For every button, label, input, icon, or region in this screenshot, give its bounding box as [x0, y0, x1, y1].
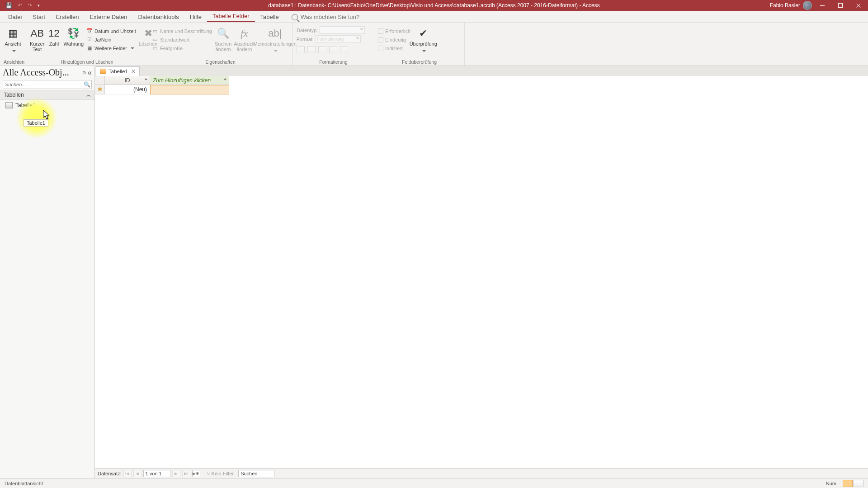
chevron-down-icon[interactable] [144, 79, 148, 82]
undo-icon[interactable]: ↶ [18, 2, 22, 9]
navpane-group-tabellen[interactable]: Tabellen ︽ [0, 90, 94, 100]
view-icon: ▦ [6, 27, 20, 40]
suchen-aendern-button: 🔍 Suchen ändern [215, 26, 231, 52]
first-record-button: I◀ [123, 470, 132, 477]
checkbox-icon [378, 46, 383, 51]
chevron-down-icon [272, 48, 278, 54]
group-feldueberpruefung: Erforderlich Eindeutig Indiziert ✔ Überp… [374, 23, 465, 66]
no-filter-label: Kein Filter [212, 471, 234, 476]
datasheet-grid[interactable]: ID Zum Hinzufügen klicken ✱ (Neu) [95, 76, 868, 468]
tab-tabelle[interactable]: Tabelle [255, 12, 284, 22]
close-button[interactable] [851, 0, 866, 11]
navpane-search-input[interactable] [3, 80, 82, 89]
column-add-label: Zum Hinzufügen klicken [153, 77, 211, 84]
navpane-item-tabelle1[interactable]: Tabelle1 [2, 101, 93, 110]
number-icon: 12 [47, 27, 61, 40]
new-record-button[interactable]: ▶✱ [192, 470, 200, 477]
group-label-eigenschaften: Eigenschaften [152, 58, 289, 66]
size-icon: ▭ [152, 45, 158, 52]
comma-format-icon [318, 46, 326, 53]
document-tab-tabelle1[interactable]: Tabelle1 ✕ [96, 66, 140, 76]
calendar-icon: 📅 [86, 28, 93, 34]
tab-tabelle-felder[interactable]: Tabelle Felder [207, 11, 255, 22]
save-icon[interactable]: 💾 [5, 2, 12, 9]
janein-button[interactable]: ☑Ja/Nein [86, 36, 136, 43]
prev-record-button: ◀ [133, 470, 142, 477]
collapse-group-icon[interactable]: ︽ [86, 92, 91, 98]
suchen-label: Suchen ändern [215, 41, 231, 52]
datentyp-label: Datentyp: [297, 28, 318, 33]
waehrung-button[interactable]: 💱 Währung [63, 26, 84, 47]
tab-datenbanktools[interactable]: Datenbanktools [133, 12, 184, 22]
select-all-corner[interactable] [95, 76, 105, 85]
zahl-button[interactable]: 12 Zahl [47, 26, 61, 47]
eindeutig-check: Eindeutig [378, 36, 410, 43]
tell-me[interactable] [292, 14, 382, 22]
column-header-id[interactable]: ID [105, 76, 150, 85]
indiziert-check: Indiziert [378, 44, 410, 52]
lookup-icon: 🔍 [217, 27, 230, 40]
group-label-formatierung: Formatierung [297, 58, 370, 66]
checkbox-icon [378, 28, 383, 34]
next-record-button: ▶ [172, 470, 180, 477]
record-position[interactable]: 1 von 1 [143, 470, 170, 477]
redo-icon[interactable]: ↷ [28, 2, 32, 9]
tab-start[interactable]: Start [27, 12, 50, 22]
memo-button: ab| Memoeinstellungen [257, 26, 293, 54]
increase-decimal-icon [329, 46, 337, 53]
ueberpruefung-button[interactable]: ✔ Überprüfung [413, 26, 433, 54]
chevron-down-icon[interactable] [223, 79, 227, 82]
column-header-add[interactable]: Zum Hinzufügen klicken [150, 76, 229, 85]
record-search-input[interactable]: Suchen [238, 470, 274, 477]
mouse-cursor [43, 110, 51, 120]
tell-me-input[interactable] [301, 14, 382, 20]
row-selector-new[interactable]: ✱ [95, 85, 105, 94]
avatar[interactable] [803, 1, 812, 10]
percent-format-icon [307, 46, 316, 53]
format-label: Format: [297, 37, 314, 42]
chevron-down-icon [420, 48, 426, 54]
tooltip: Tabelle1 [24, 119, 48, 127]
navpane-dropdown-icon[interactable]: ⊙ [82, 70, 86, 75]
cell-add-new[interactable] [150, 85, 229, 94]
datasheet-view-button[interactable] [843, 480, 853, 487]
search-icon[interactable]: 🔍 [82, 80, 91, 89]
navpane-search[interactable]: 🔍 [3, 80, 92, 89]
standardwert-button: ▭Standardwert [152, 36, 212, 43]
erforderlich-label: Erforderlich [385, 28, 410, 34]
navpane-group-label: Tabellen [4, 92, 24, 98]
view-status: Datenblattansicht [5, 481, 43, 486]
no-filter-indicator: ▽Kein Filter [207, 470, 234, 476]
tab-hilfe[interactable]: Hilfe [184, 12, 207, 22]
navpane-title[interactable]: Alle Access-Obj... [3, 67, 80, 78]
currency-icon: 💱 [67, 27, 80, 40]
ansicht-button[interactable]: ▦ Ansicht [4, 26, 22, 54]
minimize-button[interactable] [815, 0, 830, 11]
qa-dropdown-icon[interactable]: ▾ [38, 3, 40, 8]
default-icon: ▭ [152, 37, 158, 43]
tab-externe-daten[interactable]: Externe Daten [84, 12, 132, 22]
currency-format-icon [297, 46, 305, 53]
group-ansichten: ▦ Ansicht Ansichten [0, 23, 26, 66]
close-tab-icon[interactable]: ✕ [130, 68, 136, 75]
kurzer-text-button[interactable]: AB Kurzer Text [30, 26, 44, 52]
cell-id-new[interactable]: (Neu) [105, 85, 150, 94]
standard-label: Standardwert [160, 37, 189, 42]
weitere-label: Weitere Felder [94, 46, 127, 51]
group-label-ansichten: Ansichten [4, 58, 22, 66]
datentyp-field: Datentyp: [297, 26, 365, 34]
tab-datei[interactable]: Datei [3, 12, 27, 22]
user-name[interactable]: Fabio Basler [770, 2, 800, 9]
group-eigenschaften: ▭Name und Beschriftung ▭Standardwert ▭Fe… [148, 23, 293, 66]
design-view-button[interactable] [854, 480, 863, 487]
navpane-collapse-icon[interactable]: « [88, 69, 92, 77]
table-icon [5, 102, 13, 108]
field-types-stack: 📅Datum und Uhrzeit ☑Ja/Nein ▦Weitere Fel… [86, 26, 136, 52]
decrease-decimal-icon [340, 46, 348, 53]
datum-button[interactable]: 📅Datum und Uhrzeit [86, 27, 136, 35]
ribbon-tabs: Datei Start Erstellen Externe Daten Date… [0, 11, 868, 23]
ansicht-label: Ansicht [5, 41, 21, 47]
weitere-felder-button[interactable]: ▦Weitere Felder [86, 44, 136, 52]
maximize-button[interactable] [833, 0, 848, 11]
tab-erstellen[interactable]: Erstellen [51, 12, 85, 22]
